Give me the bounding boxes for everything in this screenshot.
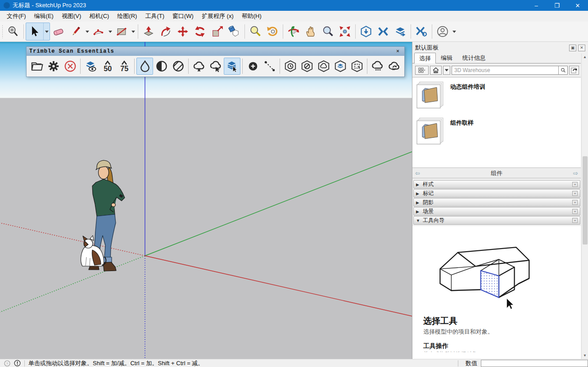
cat-figure[interactable]: [81, 236, 106, 266]
cloud-sync-icon[interactable]: [386, 58, 403, 75]
zoom-window-icon[interactable]: [247, 23, 264, 40]
tab-edit[interactable]: 编辑: [436, 52, 457, 63]
point-style-hatch-icon[interactable]: [170, 58, 186, 75]
menu-edit[interactable]: 编辑(E): [30, 11, 58, 22]
zoom-star-icon[interactable]: [5, 23, 22, 40]
settings-gear-icon[interactable]: [45, 58, 62, 75]
rectangle-tool-icon[interactable]: [113, 23, 130, 40]
zoom-extents-icon[interactable]: [336, 23, 353, 40]
section-close-icon[interactable]: ×: [572, 200, 578, 205]
menu-extensions[interactable]: 扩展程序 (x): [198, 11, 238, 22]
push-pull-icon[interactable]: [140, 23, 157, 40]
rectangle-dropdown[interactable]: [130, 23, 136, 40]
in-model-page-icon[interactable]: [569, 66, 579, 75]
extension-gear-x-icon[interactable]: [413, 23, 430, 40]
section-close-icon[interactable]: ×: [572, 218, 578, 223]
section-shadows[interactable]: ▶ 阴影 ×: [413, 198, 580, 207]
section-scenes[interactable]: ▶ 场景 ×: [413, 207, 580, 216]
open-folder-icon[interactable]: [28, 58, 45, 75]
account-icon[interactable]: [434, 23, 451, 40]
warehouse-search-input[interactable]: [452, 66, 558, 74]
component-label[interactable]: 动态组件培训: [450, 83, 485, 110]
home-dropdown-icon[interactable]: [443, 66, 450, 75]
menu-camera[interactable]: 相机(C): [85, 11, 113, 22]
rotate-icon[interactable]: [191, 23, 208, 40]
section-close-icon[interactable]: ×: [572, 182, 578, 187]
send-layers-icon[interactable]: [392, 23, 409, 40]
folder-thumbnail-icon[interactable]: [416, 81, 445, 110]
disable-red-x-icon[interactable]: [62, 58, 78, 75]
minimize-button[interactable]: –: [526, 0, 547, 11]
folder-thumbnail-icon[interactable]: [416, 117, 445, 146]
measurement-input[interactable]: [481, 360, 588, 367]
box-cloud-icon[interactable]: [315, 58, 332, 75]
trimble-connect-x-icon[interactable]: [375, 23, 392, 40]
tab-select[interactable]: 选择: [414, 53, 436, 63]
model-viewport[interactable]: Trimble Scan Essentials × 50: [0, 42, 412, 359]
point-style-drop-icon[interactable]: [136, 58, 153, 75]
panel-close-icon[interactable]: ✕: [578, 45, 585, 51]
cloud-dots-icon[interactable]: [369, 58, 386, 75]
menu-draw[interactable]: 绘图(R): [113, 11, 141, 22]
point-style-contrast-icon[interactable]: [153, 58, 170, 75]
cloud-remove-icon[interactable]: [190, 58, 207, 75]
pencil-dropdown[interactable]: [84, 23, 90, 40]
box-pointcloud-icon[interactable]: [332, 58, 348, 75]
scrollbar-thumb[interactable]: [583, 156, 588, 245]
trimble-title-bar[interactable]: Trimble Scan Essentials ×: [27, 47, 404, 56]
point-cloud-visibility-icon[interactable]: [82, 58, 99, 75]
add-point-icon[interactable]: [244, 58, 261, 75]
paint-bucket-icon[interactable]: [226, 23, 243, 40]
section-close-icon[interactable]: ×: [572, 191, 578, 196]
close-button[interactable]: ✕: [567, 0, 588, 11]
section-tags[interactable]: ▶ 标记 ×: [413, 189, 580, 198]
select-dropdown[interactable]: [44, 23, 50, 40]
density-50-icon[interactable]: 50: [99, 58, 116, 75]
section-styles[interactable]: ▶ 样式 ×: [413, 180, 580, 189]
menu-file[interactable]: 文件(F): [3, 11, 30, 22]
geolocation-icon[interactable]: ?: [4, 360, 10, 367]
arc-tool-icon[interactable]: [90, 23, 107, 40]
polyline-icon[interactable]: [261, 58, 278, 75]
box-disable-icon[interactable]: [299, 58, 315, 75]
orbit-icon[interactable]: [285, 23, 302, 40]
panel-scrollbar[interactable]: ▲ ▼: [581, 54, 588, 359]
home-icon[interactable]: [430, 66, 442, 75]
move-icon[interactable]: [174, 23, 191, 40]
density-75-icon[interactable]: 75: [116, 58, 132, 75]
menu-view[interactable]: 视图(V): [58, 11, 85, 22]
previous-view-icon[interactable]: [264, 23, 281, 40]
component-label[interactable]: 组件取样: [450, 119, 474, 146]
search-magnifier-icon[interactable]: [558, 66, 567, 74]
collections-grid-icon[interactable]: [415, 66, 429, 75]
box-region-icon[interactable]: [348, 58, 365, 75]
section-instructor[interactable]: ▼ 工具向导 ×: [413, 216, 580, 225]
menu-tools[interactable]: 工具(T): [141, 11, 168, 22]
scroll-down-icon[interactable]: ▼: [582, 352, 588, 359]
follow-me-icon[interactable]: [157, 23, 174, 40]
pan-icon[interactable]: [302, 23, 319, 40]
section-close-icon[interactable]: ×: [572, 209, 578, 214]
nav-next-icon[interactable]: ⇨: [573, 170, 578, 177]
account-dropdown[interactable]: [451, 23, 457, 40]
menu-window[interactable]: 窗口(W): [168, 11, 198, 22]
cloud-pick-icon[interactable]: [207, 58, 224, 75]
panel-pin-icon[interactable]: ▣: [569, 45, 576, 51]
zoom-tool-icon[interactable]: [319, 23, 336, 40]
trimble-close-icon[interactable]: ×: [394, 48, 402, 54]
box-history-icon[interactable]: [282, 58, 299, 75]
restore-button[interactable]: ❐: [547, 0, 567, 11]
scroll-up-icon[interactable]: ▲: [582, 54, 588, 60]
component-item[interactable]: 动态组件培训: [416, 81, 577, 110]
scan-download-icon[interactable]: [357, 23, 375, 40]
eraser-icon[interactable]: [50, 23, 67, 40]
pencil-icon[interactable]: [67, 23, 84, 40]
toolbar-grip[interactable]: [2, 25, 4, 38]
menu-help[interactable]: 帮助(H): [238, 11, 266, 22]
scale-icon[interactable]: [208, 23, 226, 40]
point-cloud-select-icon[interactable]: [224, 58, 240, 75]
tab-statistics[interactable]: 统计信息: [457, 52, 491, 63]
component-item[interactable]: 组件取样: [416, 117, 577, 146]
select-arrow-icon[interactable]: [26, 23, 43, 40]
info-icon[interactable]: [14, 360, 21, 367]
